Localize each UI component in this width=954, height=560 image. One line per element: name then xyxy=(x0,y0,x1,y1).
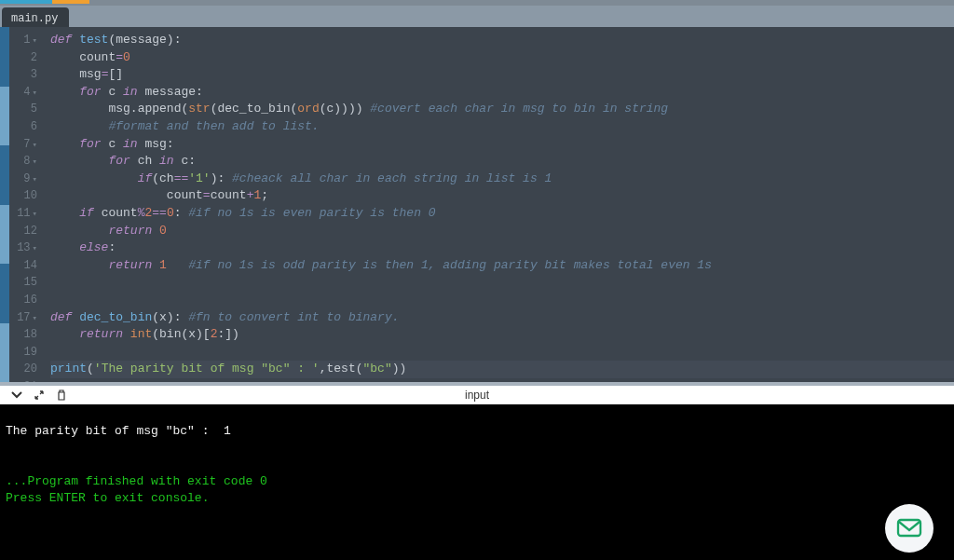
terminal-output[interactable]: The parity bit of msg "bc" : 1 ...Progra… xyxy=(0,404,954,560)
code-line xyxy=(50,292,954,309)
code-line: msg.append(str(dec_to_bin(ord(c)))) #cov… xyxy=(50,101,954,118)
tab-label: main.py xyxy=(11,12,58,25)
line-number: 16 xyxy=(9,292,37,309)
line-number: 15 xyxy=(9,274,37,292)
line-number: 14 xyxy=(9,257,37,275)
support-chat-button[interactable] xyxy=(885,504,934,553)
code-line: for c in msg: xyxy=(50,136,954,154)
code-editor[interactable]: 1 2 3 4 5 6 7 8 910111213141516171819202… xyxy=(0,27,954,382)
line-number: 11 xyxy=(9,205,37,223)
code-line: return 1 #if no 1s is odd parity is then… xyxy=(50,257,954,275)
code-area[interactable]: def test(message): count=0 msg=[] for c … xyxy=(41,27,954,382)
code-line: count=count+1; xyxy=(50,187,954,205)
tab-bar: main.py xyxy=(0,6,954,27)
code-line: if count%2==0: #if no 1s is even parity … xyxy=(50,205,954,223)
line-number: 8 xyxy=(9,153,37,171)
terminal-title: input xyxy=(465,389,489,402)
line-number: 4 xyxy=(9,84,37,102)
code-line xyxy=(50,344,954,362)
code-line: if(ch=='1'): #cheack all char in each st… xyxy=(50,171,954,188)
line-number: 21 xyxy=(9,378,37,382)
code-line: for c in message: xyxy=(50,84,954,102)
terminal-line: The parity bit of msg "bc" : 1 xyxy=(6,424,231,438)
code-line: count=0 xyxy=(50,49,954,67)
line-number: 7 xyxy=(9,136,37,154)
line-number: 19 xyxy=(9,344,37,362)
line-number: 9 xyxy=(9,171,37,188)
code-line: msg=[] xyxy=(50,66,954,84)
mail-icon xyxy=(896,517,922,540)
terminal-line: Press ENTER to exit console. xyxy=(6,491,209,505)
code-line: for ch in c: xyxy=(50,153,954,171)
code-line: def test(message): xyxy=(50,32,954,49)
expand-icon[interactable] xyxy=(34,389,45,401)
code-line: return 0 xyxy=(50,223,954,240)
line-number: 17 xyxy=(9,309,37,327)
editor-left-ribbon xyxy=(0,27,9,382)
code-line xyxy=(50,274,954,292)
code-line: else: xyxy=(50,239,954,257)
terminal-line: ...Program finished with exit code 0 xyxy=(6,474,267,488)
terminal-settings-icon[interactable] xyxy=(56,389,67,401)
code-line: def dec_to_bin(x): #fn to convert int to… xyxy=(50,309,954,327)
line-number: 5 xyxy=(9,101,37,118)
code-line xyxy=(50,378,954,382)
line-number: 2 xyxy=(9,49,37,67)
terminal-header: input xyxy=(0,386,954,404)
line-number: 10 xyxy=(9,187,37,205)
code-line: return int(bin(x)[2:]) xyxy=(50,326,954,344)
line-number: 13 xyxy=(9,239,37,257)
code-line: print('The parity bit of msg "bc" : ',te… xyxy=(50,361,954,378)
line-number: 6 xyxy=(9,118,37,136)
line-number: 12 xyxy=(9,223,37,240)
line-number: 20 xyxy=(9,361,37,378)
line-number-gutter: 1 2 3 4 5 6 7 8 910111213141516171819202… xyxy=(9,27,41,382)
code-line: #format and then add to list. xyxy=(50,118,954,136)
line-number: 18 xyxy=(9,326,37,344)
svg-rect-0 xyxy=(898,520,920,536)
line-number: 3 xyxy=(9,66,37,84)
chevron-down-icon[interactable] xyxy=(11,389,22,401)
tab-main-py[interactable]: main.py xyxy=(2,7,69,27)
line-number: 1 xyxy=(9,32,37,49)
